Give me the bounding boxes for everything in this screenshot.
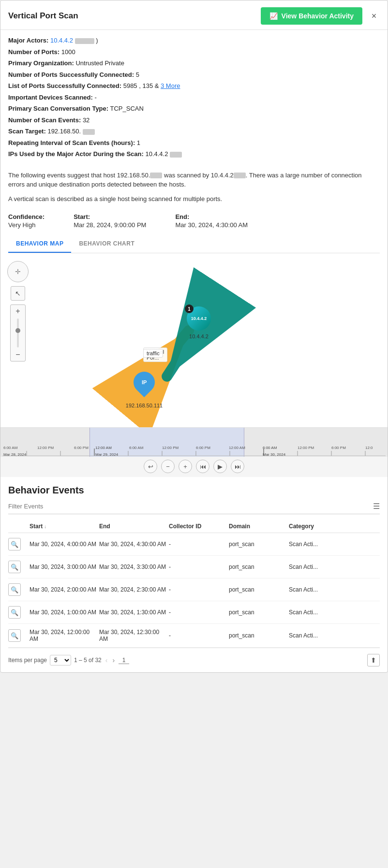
zoom-control: + − (10, 304, 26, 362)
page-number: 1 (119, 657, 129, 664)
row-category-2: Scan Acti... (289, 586, 337, 593)
svg-text:12:00 AM: 12:00 AM (229, 446, 245, 450)
map-svg (0, 253, 388, 427)
col-header-collector: Collector ID (169, 523, 227, 530)
redacted-3 (170, 152, 182, 158)
play-button[interactable]: ▶ (213, 460, 227, 473)
svg-text:6:00 PM: 6:00 PM (196, 446, 210, 450)
row-domain-2: port_scan (229, 586, 287, 593)
row-start-2: Mar 30, 2024, 2:00:00 AM (30, 586, 97, 593)
row-start-1: Mar 30, 2024, 3:00:00 AM (30, 564, 97, 570)
row-icon-2[interactable]: 🔍 (8, 583, 21, 596)
table-body: 🔍 Mar 30, 2024, 4:00:00 AM Mar 30, 2024,… (8, 533, 380, 648)
source-node[interactable]: 1 10.4.4.2 (187, 306, 211, 331)
tab-behavior-chart[interactable]: BEHAVIOR CHART (71, 235, 142, 253)
repeating-row: Repeating Interval of Scan Events (hours… (8, 138, 380, 148)
row-domain-3: port_scan (229, 609, 287, 616)
zoom-slider[interactable] (17, 318, 19, 347)
zoom-out-button[interactable]: − (11, 348, 25, 361)
row-icon-4[interactable]: 🔍 (8, 629, 21, 642)
row-start-4: Mar 30, 2024, 12:00:00 AM (30, 629, 97, 642)
row-end-1: Mar 30, 2024, 3:30:00 AM (99, 564, 167, 570)
num-ports-row: Number of Ports: 1000 (8, 47, 380, 57)
row-icon-3[interactable]: 🔍 (8, 606, 21, 619)
row-domain-4: port_scan (229, 632, 287, 639)
col-header-domain: Domain (229, 523, 287, 530)
tab-behavior-map[interactable]: BEHAVIOR MAP (8, 235, 71, 253)
export-button[interactable]: ⬆ (367, 654, 380, 666)
rewind-button[interactable]: ↩ (144, 460, 157, 473)
panel-title: Vertical Port Scan (8, 11, 78, 21)
behavior-map-container: ✛ ↖ + − (0, 253, 388, 427)
node-badge: 1 (185, 304, 194, 313)
row-end-3: Mar 30, 2024, 1:30:00 AM (99, 609, 167, 616)
sort-icon: ↓ (44, 524, 46, 529)
redacted-1 (75, 38, 94, 44)
tabs-row: BEHAVIOR MAP BEHAVIOR CHART (8, 235, 380, 253)
scan-target-row: Scan Target: 192.168.50. (8, 127, 380, 136)
row-start-3: Mar 30, 2024, 1:00:00 AM (30, 609, 97, 616)
svg-text:6:00 AM: 6:00 AM (129, 446, 144, 450)
close-button[interactable]: × (368, 10, 380, 22)
filter-icon[interactable]: ☰ (373, 502, 380, 511)
svg-text:Mar 29, 2024: Mar 29, 2024 (95, 452, 119, 457)
row-end-2: Mar 30, 2024, 2:30:00 AM (99, 586, 167, 593)
table-header: Start ↓ End Collector ID Domain Category (8, 520, 380, 533)
items-per-page-select[interactable]: 5 10 25 (50, 655, 71, 665)
svg-text:6:00 PM: 6:00 PM (74, 446, 89, 450)
zoom-out-tl-button[interactable]: − (161, 460, 175, 473)
start-item: Start: Mar 28, 2024, 9:00:00 PM (74, 213, 146, 229)
row-collector-1: - (169, 564, 227, 570)
scan-events-row: Number of Scan Events: 32 (8, 116, 380, 125)
row-collector-0: - (169, 541, 227, 548)
row-icon-1[interactable]: 🔍 (8, 561, 21, 573)
timeline-section: 6:00 AM 12:00 PM 6:00 PM 12:00 AM 6:00 A… (0, 427, 388, 477)
list-ports-row: List of Ports Successfully Connected: 59… (8, 81, 380, 91)
cursor-tool[interactable]: ↖ (11, 286, 25, 301)
col-header-start[interactable]: Start ↓ (30, 523, 97, 530)
next-page-button[interactable]: › (111, 656, 116, 664)
prev-page-button[interactable]: ‹ (104, 656, 109, 664)
svg-text:Mar 28, 2024: Mar 28, 2024 (3, 452, 27, 457)
row-domain-1: port_scan (229, 564, 287, 570)
step-forward-button[interactable]: ⏭ (231, 460, 244, 473)
step-back-button[interactable]: ⏮ (196, 460, 209, 473)
redacted-5 (234, 173, 246, 178)
table-row: 🔍 Mar 30, 2024, 12:00:00 AM Mar 30, 2024… (8, 624, 380, 648)
svg-text:Mar 30, 2024: Mar 30, 2024 (263, 452, 286, 457)
timeline-controls: ↩ − + ⏮ ▶ ⏭ (0, 457, 388, 477)
filter-row: ☰ (8, 502, 380, 514)
map-tools: ✛ ↖ + − (7, 261, 29, 362)
ip-node[interactable]: IP (129, 367, 159, 397)
view-behavior-button[interactable]: 📈 View Behavior Activity (261, 7, 362, 25)
row-category-0: Scan Acti... (289, 541, 337, 548)
row-end-0: Mar 30, 2024, 4:30:00 AM (99, 541, 167, 548)
source-node-label: 10.4.4.2 (189, 333, 209, 339)
zoom-in-tl-button[interactable]: + (179, 460, 192, 473)
panel-header: Vertical Port Scan 📈 View Behavior Activ… (0, 0, 388, 30)
zoom-in-button[interactable]: + (11, 305, 25, 318)
timeline-ticks: 6:00 AM 12:00 PM 6:00 PM 12:00 AM 6:00 A… (0, 428, 388, 457)
svg-text:12:0: 12:0 (365, 446, 373, 450)
row-end-4: Mar 30, 2024, 12:30:00 AM (99, 629, 167, 642)
filter-input[interactable] (8, 503, 373, 510)
compass-icon: ✛ (15, 268, 21, 275)
info-section: Major Actors: 10.4.4.2 ) Number of Ports… (0, 30, 388, 159)
confidence-item: Confidence: Very High (8, 213, 45, 229)
row-collector-4: - (169, 632, 227, 639)
ports-connected-row: Number of Ports Successfully Connected: … (8, 70, 380, 80)
row-collector-3: - (169, 609, 227, 616)
row-start-0: Mar 30, 2024, 4:00:00 AM (30, 541, 97, 548)
row-icon-0[interactable]: 🔍 (8, 538, 21, 550)
important-devices-row: Important Devices Scanned: - (8, 93, 380, 102)
svg-text:12:00 AM: 12:00 AM (95, 446, 112, 450)
end-item: End: Mar 30, 2024, 4:30:00 AM (175, 213, 248, 229)
events-title: Behavior Events (8, 485, 380, 496)
compass-control[interactable]: ✛ (7, 261, 29, 282)
behavior-label-2: traffic (143, 349, 163, 358)
description-section: The following events suggest that host 1… (0, 161, 388, 204)
svg-text:12:00 PM: 12:00 PM (37, 446, 54, 450)
svg-text:12:00 PM: 12:00 PM (298, 446, 314, 450)
svg-text:12:00 PM: 12:00 PM (162, 446, 179, 450)
timeline-bar[interactable]: 6:00 AM 12:00 PM 6:00 PM 12:00 AM 6:00 A… (0, 428, 388, 457)
